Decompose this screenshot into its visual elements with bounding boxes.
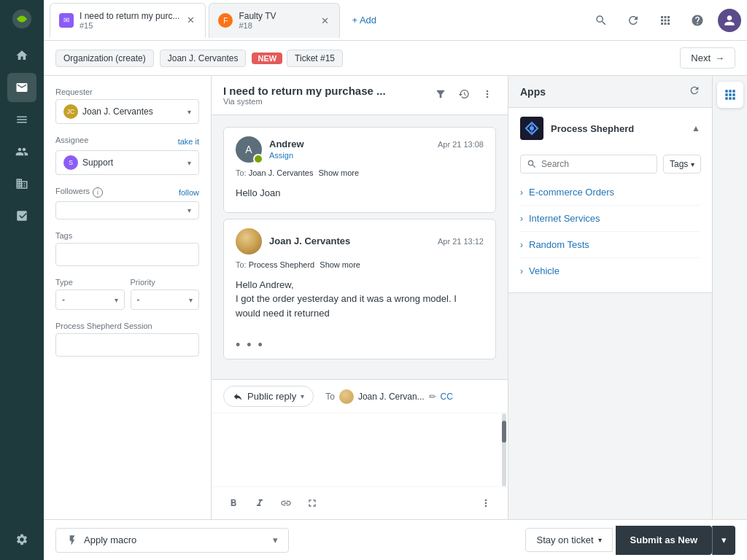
tags-chevron-icon: ▾	[691, 160, 694, 168]
msg-2-author: Joan J. Cervantes	[269, 236, 350, 246]
msg-1-header: A Andrew Apr 21 13:08 Assign	[224, 128, 495, 168]
search-button[interactable]	[589, 9, 613, 32]
apply-macro-chevron-icon: ▾	[273, 534, 278, 545]
more-icon[interactable]	[479, 85, 496, 105]
apps-refresh-icon[interactable]	[689, 85, 700, 98]
follow-link[interactable]: follow	[179, 188, 199, 197]
tab-close-1[interactable]: ✕	[185, 13, 196, 27]
tab-close-2[interactable]: ✕	[320, 14, 330, 28]
expand-icon[interactable]	[302, 493, 322, 513]
breadcrumb-ticket[interactable]: Ticket #15	[287, 50, 343, 67]
macro-item-vehicle[interactable]: › Vehicle	[520, 258, 700, 284]
sidebar-item-reporting[interactable]	[7, 201, 36, 230]
grid-button[interactable]	[654, 9, 677, 32]
macro-expand-icon: ›	[520, 187, 523, 198]
priority-label: Priority	[131, 278, 200, 287]
tab-title-1: I need to return my purc...	[80, 11, 179, 21]
next-button[interactable]: Next →	[680, 47, 735, 69]
bold-icon[interactable]	[223, 493, 244, 513]
sidebar-item-home[interactable]	[7, 41, 36, 70]
take-it-link[interactable]: take it	[178, 137, 199, 146]
type-select[interactable]: - ▾	[55, 289, 125, 310]
tab-email-icon: ✉	[59, 13, 74, 28]
reply-text-area[interactable]	[212, 413, 508, 472]
help-button[interactable]	[686, 9, 709, 32]
sidebar-item-organizations[interactable]	[7, 169, 36, 198]
history-icon[interactable]	[455, 85, 473, 105]
reply-scrollbar-thumb	[502, 421, 506, 443]
apps-icon-button[interactable]	[717, 82, 743, 108]
process-shepherd-name: Process Shepherd	[551, 123, 684, 134]
tags-filter-select[interactable]: Tags ▾	[663, 155, 701, 174]
followers-select[interactable]: ▾	[55, 201, 199, 219]
followers-info-icon[interactable]: i	[93, 187, 103, 198]
link-icon[interactable]	[276, 493, 296, 513]
app-logo[interactable]	[9, 6, 35, 32]
submit-area: Stay on ticket ▾ Submit as New ▾	[525, 526, 735, 555]
msg-1-show-more[interactable]: Show more	[318, 168, 359, 177]
msg-2-show-more[interactable]: Show more	[320, 260, 360, 269]
macro-search-input[interactable]	[541, 159, 651, 169]
msg-2-dots[interactable]: • • •	[224, 332, 495, 359]
submit-dropdown-icon[interactable]: ▾	[712, 526, 735, 555]
requester-select[interactable]: JC Joan J. Cervantes ▾	[55, 99, 199, 124]
msg-2-body: Hello Andrew, I got the order yesterday …	[224, 275, 495, 332]
support-icon: S	[63, 155, 78, 170]
reply-type-button[interactable]: Public reply ▾	[223, 386, 314, 407]
priority-select[interactable]: - ▾	[131, 289, 200, 310]
assignee-select[interactable]: S Support ▾	[55, 150, 199, 175]
app-collapse-icon[interactable]: ▲	[692, 123, 700, 133]
reply-recipient: Joan J. Cervan... ✏	[339, 389, 436, 404]
tags-label: Tags	[55, 231, 199, 240]
breadcrumb-user[interactable]: Joan J. Cervantes	[160, 50, 247, 67]
apply-macro-button[interactable]: Apply macro ▾	[55, 528, 289, 553]
sidebar-item-tickets[interactable]	[7, 73, 36, 102]
msg-2-time: Apr 21 13:12	[438, 237, 484, 246]
followers-chevron-icon: ▾	[187, 206, 191, 214]
tab-ticket-15[interactable]: ✉ I need to return my purc... #15 ✕	[50, 3, 206, 38]
ticket-title-area: I need to return my purchase ... Via sys…	[223, 85, 426, 106]
msg-1-meta-row: Andrew Apr 21 13:08	[269, 139, 484, 149]
left-panel: Requester JC Joan J. Cervantes ▾ Assigne…	[44, 76, 212, 519]
sidebar-item-customers[interactable]	[7, 137, 36, 166]
requester-name: Joan J. Cervantes	[82, 106, 183, 117]
msg-1-assign-link[interactable]: Assign	[269, 151, 293, 160]
tags-input[interactable]	[55, 243, 199, 266]
submit-button[interactable]: Submit as New	[616, 526, 712, 555]
reply-more-icon[interactable]	[476, 493, 496, 513]
macro-lightning-icon	[66, 534, 78, 546]
sidebar-item-views[interactable]	[7, 105, 36, 134]
filter-icon[interactable]	[432, 85, 449, 105]
italic-icon[interactable]	[249, 493, 270, 513]
msg-2-to: To: Process Shepherd Show more	[224, 260, 495, 275]
macro-search-box[interactable]	[520, 155, 657, 174]
breadcrumb-ticket-wrapper: NEW Ticket #15	[252, 50, 343, 67]
cc-button[interactable]: CC	[441, 392, 453, 402]
breadcrumb-org[interactable]: Organization (create)	[55, 50, 154, 67]
macro-item-internet[interactable]: › Internet Services	[520, 206, 700, 232]
user-avatar[interactable]	[718, 9, 741, 32]
msg-2-meta: Joan J. Cervantes Apr 21 13:12	[269, 236, 484, 246]
assignee-field: Assignee take it S Support ▾	[55, 136, 199, 175]
msg-1-avatar-wrapper: A	[236, 136, 262, 163]
session-input[interactable]	[55, 333, 199, 357]
add-tab-button[interactable]: + Add	[343, 10, 385, 30]
type-chevron-icon: ▾	[115, 296, 118, 304]
macro-item-random[interactable]: › Random Tests	[520, 232, 700, 258]
sidebar-item-settings[interactable]	[7, 525, 36, 554]
reply-scrollbar[interactable]	[502, 413, 506, 486]
ticket-title: I need to return my purchase ...	[223, 85, 426, 97]
bottom-bar: Apply macro ▾ Stay on ticket ▾ Submit as…	[44, 519, 747, 560]
followers-label-row: Followers i	[55, 187, 103, 198]
tab-ticket-18[interactable]: F Faulty TV #18 ✕	[209, 3, 340, 38]
process-shepherd-section: Process Shepherd ▲ Tags ▾	[508, 108, 712, 293]
process-shepherd-icon	[520, 117, 543, 140]
edit-recipient-icon[interactable]: ✏	[429, 392, 436, 402]
sidebar	[0, 0, 44, 560]
reply-editor[interactable]	[212, 413, 508, 486]
svg-point-2	[530, 126, 534, 131]
stay-on-ticket-button[interactable]: Stay on ticket ▾	[525, 528, 612, 552]
refresh-button[interactable]	[622, 9, 645, 32]
macro-item-ecommerce[interactable]: › E-commerce Orders	[520, 179, 700, 206]
tab-subtitle-2: #18	[239, 21, 314, 30]
